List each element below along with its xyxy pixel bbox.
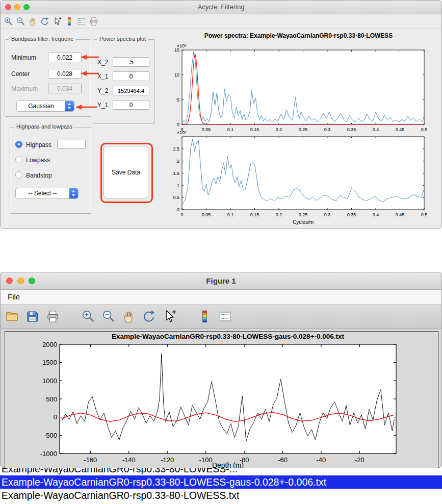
maximum-input <box>48 84 82 93</box>
power-spectra-plot-panel: Power spectra plot X_2 X_1 Y_2 Y_1 <box>93 39 155 124</box>
power-panel-title: Power spectra plot <box>97 36 148 42</box>
x1-input[interactable] <box>113 71 149 81</box>
data-cursor-icon[interactable] <box>163 310 176 323</box>
svg-text:10: 10 <box>174 72 179 78</box>
filtered-signal-chart: -160-140-120-100-80-60-40-20-1000-500050… <box>29 335 402 469</box>
taper-select[interactable]: Gaussian <box>16 100 74 112</box>
data-cursor-icon[interactable] <box>53 17 62 26</box>
center-input[interactable] <box>48 69 82 79</box>
list-item-text: Example-WayaoCarnianGR0-rsp0.33-80-LOWES… <box>2 476 326 488</box>
highpass-label: Highpass <box>26 141 51 148</box>
svg-text:-1000: -1000 <box>40 450 57 458</box>
figure-toolbar <box>1 305 441 329</box>
svg-text:0.2: 0.2 <box>276 212 282 217</box>
svg-text:0.35: 0.35 <box>347 212 356 217</box>
file-list: Example-WayaoCarnianGR0-rsp0.33-80-LOWES… <box>0 468 442 504</box>
acycle-filtering-window: Acycle: Filtering Bandpass filter: frequ… <box>0 0 442 229</box>
figure-canvas: Example-WayaoCarnianGR0-rsp0.33-80-LOWES… <box>5 331 438 469</box>
highpass-radio[interactable] <box>15 141 22 148</box>
svg-text:-60: -60 <box>278 456 288 464</box>
window1-titlebar: Acycle: Filtering <box>1 1 441 14</box>
minimum-label: Minimum <box>11 54 36 61</box>
list-item-text: Example-WayaoCarnianGR0-rsp0.33-80-LOWES… <box>2 468 442 475</box>
bandstop-label: Bandstop <box>26 172 52 179</box>
bandpass-panel-title: Bandpass filter: frequenc <box>9 36 75 42</box>
y1-label: Y_1 <box>97 102 108 109</box>
svg-text:0.4: 0.4 <box>373 212 379 217</box>
svg-text:5: 5 <box>177 97 179 103</box>
popup-arrows-icon <box>69 188 78 198</box>
zoom-in-icon[interactable] <box>81 310 95 323</box>
svg-text:500: 500 <box>46 395 57 403</box>
pan-icon[interactable] <box>28 17 37 26</box>
toolbar-spacer <box>183 316 191 317</box>
svg-text:2000: 2000 <box>42 341 57 348</box>
svg-text:2.5: 2.5 <box>173 146 179 152</box>
svg-text:0.3: 0.3 <box>324 212 331 217</box>
legend-icon[interactable] <box>77 17 86 26</box>
svg-text:×10⁵: ×10⁵ <box>177 43 187 48</box>
filter-type-select[interactable]: -- Select -- <box>15 188 79 199</box>
list-item[interactable]: Example-WayaoCarnianGR0-rsp0.33-80-LOWES… <box>0 489 442 502</box>
open-folder-icon[interactable] <box>5 310 19 323</box>
rotate-3d-icon[interactable] <box>40 17 49 26</box>
svg-text:0.45: 0.45 <box>396 212 405 217</box>
figure-content: Example-WayaoCarnianGR0-rsp0.33-80-LOWES… <box>1 329 441 470</box>
center-label: Center <box>11 70 30 78</box>
save-icon[interactable] <box>25 310 39 323</box>
svg-text:1.5: 1.5 <box>173 171 179 176</box>
power-spectrum-top-chart: 00.050.10.150.20.250.30.350.40.450.50510… <box>170 43 427 135</box>
window2-titlebar: Figure 1 <box>1 272 441 290</box>
popup-arrows-icon <box>65 101 74 111</box>
svg-text:0: 0 <box>54 413 57 421</box>
highpass-value-input[interactable] <box>57 140 86 149</box>
figure-toolbar <box>1 14 441 29</box>
zoom-in-icon[interactable] <box>4 17 13 26</box>
bandstop-radio[interactable] <box>15 171 22 179</box>
save-data-button[interactable]: Save Data <box>103 146 148 198</box>
y2-input[interactable] <box>113 86 149 95</box>
svg-text:×10⁵: ×10⁵ <box>177 130 187 135</box>
minimum-input[interactable] <box>48 53 82 62</box>
svg-text:-100: -100 <box>199 456 213 464</box>
figure1-window: Figure 1 File Example-WayaoCarnianGR0-rs… <box>0 272 442 468</box>
svg-text:0: 0 <box>180 212 183 217</box>
list-item[interactable]: Example-WayaoCarnianGR0-rsp0.33-80-LOWES… <box>0 468 442 475</box>
pan-icon[interactable] <box>122 310 136 323</box>
svg-text:0: 0 <box>177 122 179 127</box>
x2-input[interactable] <box>113 57 149 67</box>
svg-text:1000: 1000 <box>42 377 57 385</box>
filter-panel-title: Highpass and lowpass <box>14 123 74 130</box>
svg-text:2: 2 <box>177 159 179 164</box>
svg-text:0.5: 0.5 <box>421 212 427 217</box>
menu-file[interactable]: File <box>1 290 20 304</box>
window2-title: Figure 1 <box>1 272 441 289</box>
svg-text:0.5: 0.5 <box>173 195 179 200</box>
y2-label: Y_2 <box>97 87 108 94</box>
svg-text:-20: -20 <box>355 456 365 464</box>
svg-text:Cycles/m: Cycles/m <box>293 219 314 225</box>
svg-text:0.05: 0.05 <box>202 212 211 217</box>
svg-text:0.25: 0.25 <box>299 212 308 217</box>
taper-select-value: Gaussian <box>17 103 65 110</box>
zoom-out-icon[interactable] <box>101 310 115 323</box>
list-item-text: Example-WayaoCarnianGR0-rsp0.33-80-LOWES… <box>2 490 239 501</box>
colorbar-icon[interactable] <box>198 310 212 323</box>
maximum-label: Maximum <box>11 85 38 92</box>
highpass-lowpass-panel: Highpass and lowpass Highpass Lowpass Ba… <box>10 127 91 214</box>
lowpass-radio[interactable] <box>15 156 22 163</box>
svg-text:1: 1 <box>177 183 179 188</box>
svg-text:1500: 1500 <box>42 359 57 366</box>
colorbar-icon[interactable] <box>65 17 74 26</box>
svg-text:-160: -160 <box>84 456 97 464</box>
annotation-arrow-minimum <box>80 54 99 60</box>
print-icon[interactable] <box>46 310 60 323</box>
svg-text:-40: -40 <box>317 456 326 464</box>
rotate-3d-icon[interactable] <box>142 310 156 323</box>
y1-input[interactable] <box>113 100 149 110</box>
zoom-out-icon[interactable] <box>16 17 25 26</box>
list-item-selected[interactable]: Example-WayaoCarnianGR0-rsp0.33-80-LOWES… <box>0 475 442 489</box>
power-spectrum-bottom-chart: 00.050.10.150.20.250.30.350.40.450.500.5… <box>170 130 427 227</box>
print-icon[interactable] <box>89 17 98 26</box>
legend-icon[interactable] <box>218 310 232 323</box>
